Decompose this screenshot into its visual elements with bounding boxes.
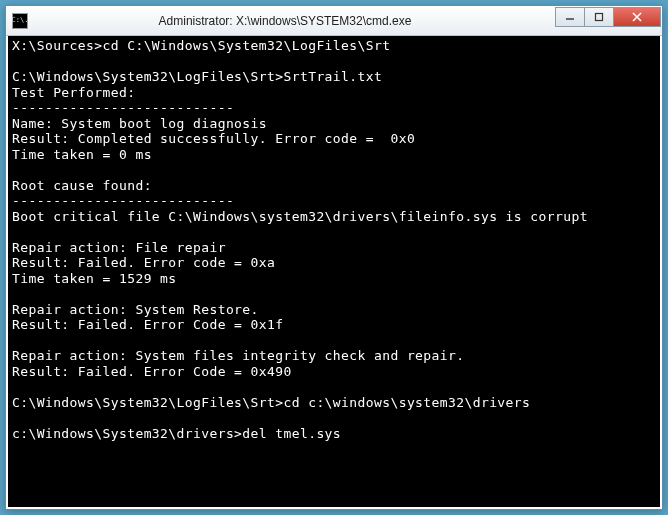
terminal-output[interactable]: X:\Sources>cd C:\Windows\System32\LogFil… [6, 36, 662, 509]
terminal-line: Name: System boot log diagnosis [12, 116, 656, 132]
terminal-line: Result: Failed. Error Code = 0x1f [12, 317, 656, 333]
cmd-icon: C:\. [12, 13, 28, 29]
maximize-button[interactable] [584, 7, 614, 27]
terminal-line: c:\Windows\System32\drivers>del tmel.sys [12, 426, 656, 442]
terminal-line: C:\Windows\System32\LogFiles\Srt>cd c:\w… [12, 395, 656, 411]
close-button[interactable] [613, 7, 661, 27]
terminal-line: Test Performed: [12, 85, 656, 101]
terminal-line: X:\Sources>cd C:\Windows\System32\LogFil… [12, 38, 656, 54]
terminal-line: --------------------------- [12, 100, 656, 116]
window-title: Administrator: X:\windows\SYSTEM32\cmd.e… [34, 14, 556, 28]
terminal-line: C:\Windows\System32\LogFiles\Srt>SrtTrai… [12, 69, 656, 85]
terminal-line: Repair action: File repair [12, 240, 656, 256]
cmd-icon-label: C:\. [12, 17, 29, 24]
titlebar[interactable]: C:\. Administrator: X:\windows\SYSTEM32\… [6, 6, 662, 36]
terminal-line: Time taken = 1529 ms [12, 271, 656, 287]
window-controls [556, 7, 661, 27]
terminal-line [12, 379, 656, 395]
terminal-line: Time taken = 0 ms [12, 147, 656, 163]
terminal-line: Boot critical file C:\Windows\system32\d… [12, 209, 656, 225]
terminal-line: Repair action: System files integrity ch… [12, 348, 656, 364]
terminal-line: --------------------------- [12, 193, 656, 209]
terminal-line [12, 224, 656, 240]
minimize-button[interactable] [555, 7, 585, 27]
terminal-line: Result: Failed. Error code = 0xa [12, 255, 656, 271]
terminal-line [12, 410, 656, 426]
terminal-line: Root cause found: [12, 178, 656, 194]
terminal-line: Result: Failed. Error Code = 0x490 [12, 364, 656, 380]
terminal-line [12, 162, 656, 178]
terminal-line: Result: Completed successfully. Error co… [12, 131, 656, 147]
svg-rect-1 [596, 13, 603, 20]
terminal-line [12, 54, 656, 70]
terminal-line [12, 286, 656, 302]
cmd-window: C:\. Administrator: X:\windows\SYSTEM32\… [5, 5, 663, 510]
terminal-line: Repair action: System Restore. [12, 302, 656, 318]
terminal-line [12, 333, 656, 349]
